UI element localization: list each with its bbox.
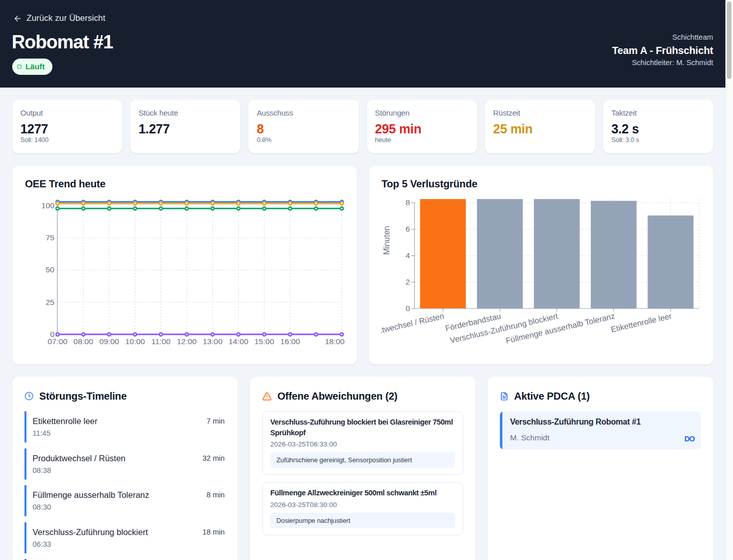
svg-text:13:00: 13:00	[203, 337, 222, 346]
svg-text:11:00: 11:00	[151, 337, 171, 346]
svg-text:Produktwechsel / Rüsten: Produktwechsel / Rüsten	[381, 312, 445, 340]
svg-text:18:00: 18:00	[325, 337, 344, 346]
svg-text:16:00: 16:00	[280, 337, 300, 346]
svg-text:Etikettenrolle leer: Etikettenrolle leer	[610, 312, 672, 334]
svg-text:15:00: 15:00	[255, 337, 274, 346]
svg-text:2: 2	[405, 277, 410, 286]
svg-text:10:00: 10:00	[125, 337, 145, 346]
svg-text:09:00: 09:00	[99, 337, 119, 346]
svg-text:50: 50	[46, 265, 55, 274]
svg-text:07:00: 07:00	[48, 337, 68, 346]
svg-text:75: 75	[46, 233, 54, 242]
svg-text:14:00: 14:00	[229, 337, 248, 346]
svg-text:12:00: 12:00	[177, 337, 196, 346]
svg-text:100: 100	[41, 201, 54, 210]
svg-text:8: 8	[405, 198, 410, 207]
svg-text:08:00: 08:00	[73, 337, 93, 346]
svg-text:4: 4	[405, 251, 410, 260]
svg-text:0: 0	[405, 304, 410, 313]
svg-text:6: 6	[405, 225, 410, 233]
svg-text:Minuten: Minuten	[382, 226, 391, 255]
svg-text:25: 25	[46, 298, 54, 306]
